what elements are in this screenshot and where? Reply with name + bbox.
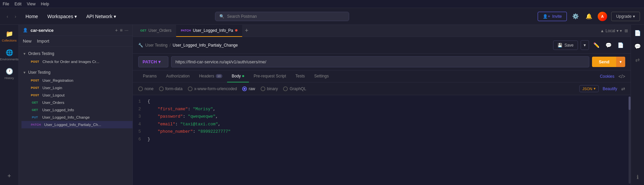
send-dropdown-button[interactable]: ▾ xyxy=(616,57,625,67)
list-item[interactable]: PUT User_Logged_Info_Change xyxy=(21,114,132,121)
list-item-active[interactable]: PATCH User_Logged_Info_Partialy_Ch... xyxy=(21,121,132,128)
search-bar[interactable]: 🔍 Search Postman xyxy=(215,12,349,21)
tab-add-button[interactable]: + xyxy=(242,27,251,34)
beautify-button[interactable]: Beautify xyxy=(603,86,617,91)
tabs-right: ▲ Local ▾ ▾ ⊞ xyxy=(600,28,628,33)
sidebar-item-environments[interactable]: 🌐 Environments xyxy=(1,46,18,64)
list-item[interactable]: POST User_Registration xyxy=(21,77,132,84)
method-selector[interactable]: PATCH ▾ xyxy=(138,56,168,67)
orders-group-name: Orders Testing xyxy=(28,51,54,56)
list-item[interactable]: POST User_Logout xyxy=(21,91,132,99)
method-badge: GET xyxy=(30,101,40,105)
radio-graphql-dot xyxy=(283,86,288,91)
nav-forward-btn[interactable]: › xyxy=(12,13,19,20)
cookies-link[interactable]: Cookies xyxy=(600,74,614,79)
list-item[interactable]: POST User_Login xyxy=(21,84,132,91)
upgrade-button[interactable]: Upgrade ▾ xyxy=(611,12,640,21)
save-dropdown-button[interactable]: ▾ xyxy=(581,40,589,50)
api-network-button[interactable]: API Network ▾ xyxy=(84,12,119,20)
tab-headers[interactable]: Headers 10 xyxy=(194,70,227,82)
avatar[interactable]: A xyxy=(598,12,607,21)
user-group-name: User Testing xyxy=(28,70,50,75)
history-icon: 🕐 xyxy=(6,68,13,75)
new-button[interactable]: New xyxy=(23,39,32,44)
code-line-2: "first_name": "Morisy", xyxy=(148,106,626,113)
right-panel-icons: 📄 💬 ⇄ ℹ xyxy=(631,25,644,185)
right-panel-resize-icon[interactable]: ⇄ xyxy=(632,54,643,65)
tab-user-logged-info[interactable]: PATCH User_Logged_Info_Pa xyxy=(176,25,242,37)
import-button[interactable]: Import xyxy=(37,39,49,44)
invite-button[interactable]: 👤+ Invite xyxy=(538,12,567,21)
tab-tests[interactable]: Tests xyxy=(291,70,310,82)
home-button[interactable]: Home xyxy=(23,12,41,20)
comment-icon[interactable]: 💬 xyxy=(604,41,613,50)
add-collection-btn[interactable]: + xyxy=(115,27,118,33)
workspace-name: car-service xyxy=(31,28,112,33)
body-none-option[interactable]: none xyxy=(138,86,154,91)
sidebar-item-history[interactable]: 🕐 History xyxy=(1,65,18,82)
method-badge: GET xyxy=(30,108,40,112)
list-item[interactable]: GET User_Orders xyxy=(21,99,132,106)
url-input[interactable] xyxy=(171,56,589,67)
nav-back-btn[interactable]: ‹ xyxy=(4,13,11,20)
right-panel-info-icon[interactable]: ℹ xyxy=(632,172,643,182)
method-badge: POST xyxy=(30,86,41,90)
code-editor[interactable]: 1 2 3 4 5 6 { "first_name": "Morisy", "p… xyxy=(133,95,631,185)
radio-binary-dot xyxy=(261,86,265,91)
radio-raw-dot xyxy=(242,86,247,91)
docs-icon[interactable]: 📄 xyxy=(616,41,625,50)
list-item[interactable]: POST Check for Order and Images Cr... xyxy=(21,58,132,65)
menu-file[interactable]: File xyxy=(3,2,9,6)
radio-none-dot xyxy=(138,86,143,91)
history-label: History xyxy=(4,76,14,80)
sidebar-panel: 👤 car-service + ≡ ··· New Import ▼ Order… xyxy=(19,25,133,185)
tab-authorization[interactable]: Authorization xyxy=(161,70,194,82)
menu-help[interactable]: Help xyxy=(41,2,49,6)
edit-icon[interactable]: ✏️ xyxy=(592,41,601,50)
tab-body[interactable]: Body xyxy=(227,70,249,82)
tab-name: User_Logged_Info_Pa xyxy=(193,28,233,33)
menu-view[interactable]: View xyxy=(27,2,36,6)
item-name: User_Logged_Info_Change xyxy=(42,115,90,119)
send-button[interactable]: Send xyxy=(592,57,616,67)
method-chevron-icon: ▾ xyxy=(158,59,161,64)
menu-edit[interactable]: Edit xyxy=(14,2,21,6)
more-options-icon[interactable]: ··· xyxy=(124,27,128,33)
list-item[interactable]: GET User_Logged_Info xyxy=(21,106,132,114)
settings-icon[interactable]: ⚙️ xyxy=(571,12,580,21)
chevron-up-icon: ▲ xyxy=(600,28,604,33)
sort-icon[interactable]: ≡ xyxy=(120,27,122,33)
tab-params[interactable]: Params xyxy=(138,70,161,82)
sidebar-item-more[interactable]: + xyxy=(1,170,18,182)
body-form-data-option[interactable]: form-data xyxy=(159,86,182,91)
tab-pre-request[interactable]: Pre-request Script xyxy=(249,70,291,82)
local-bar: ▲ Local ▾ ▾ xyxy=(600,28,622,33)
tab-settings[interactable]: Settings xyxy=(310,70,333,82)
local-dropdown-chevron-icon[interactable]: ▾ xyxy=(616,28,619,33)
code-content[interactable]: { "first_name": "Morisy", "password": "q… xyxy=(145,97,629,184)
workspaces-button[interactable]: Workspaces ▾ xyxy=(45,12,79,20)
orders-testing-header[interactable]: ▼ Orders Testing xyxy=(19,49,132,58)
breadcrumb-parent[interactable]: User Testing xyxy=(145,43,167,48)
body-graphql-option[interactable]: GraphQL xyxy=(283,86,306,91)
right-panel-docs-icon[interactable]: 📄 xyxy=(632,27,643,38)
body-raw-label: raw xyxy=(249,86,255,91)
user-testing-header[interactable]: ▼ User Testing xyxy=(19,68,132,77)
save-button[interactable]: 💾 Save xyxy=(553,41,578,50)
sidebar-item-collections[interactable]: 📁 Collections xyxy=(1,27,18,45)
body-xwww-label: x-www-form-urlencoded xyxy=(194,86,237,91)
code-line-1: { xyxy=(148,98,626,106)
body-raw-option[interactable]: raw xyxy=(242,86,255,91)
line-number: 1 xyxy=(137,98,141,106)
body-binary-option[interactable]: binary xyxy=(261,86,278,91)
tab-user-orders[interactable]: GET User_Orders xyxy=(136,25,176,37)
json-type-selector[interactable]: JSON ▾ xyxy=(579,85,598,92)
body-xwww-option[interactable]: x-www-form-urlencoded xyxy=(188,86,237,91)
api-network-label: API Network xyxy=(86,14,112,19)
code-icon[interactable]: </> xyxy=(619,74,625,79)
local-extra-chevron-icon: ▾ xyxy=(620,28,622,33)
right-panel-comment-icon[interactable]: 💬 xyxy=(632,41,643,52)
resize-icon[interactable]: ⇄ xyxy=(621,86,625,91)
layout-toggle-icon[interactable]: ⊞ xyxy=(625,28,628,33)
notifications-icon[interactable]: 🔔 xyxy=(584,12,594,21)
